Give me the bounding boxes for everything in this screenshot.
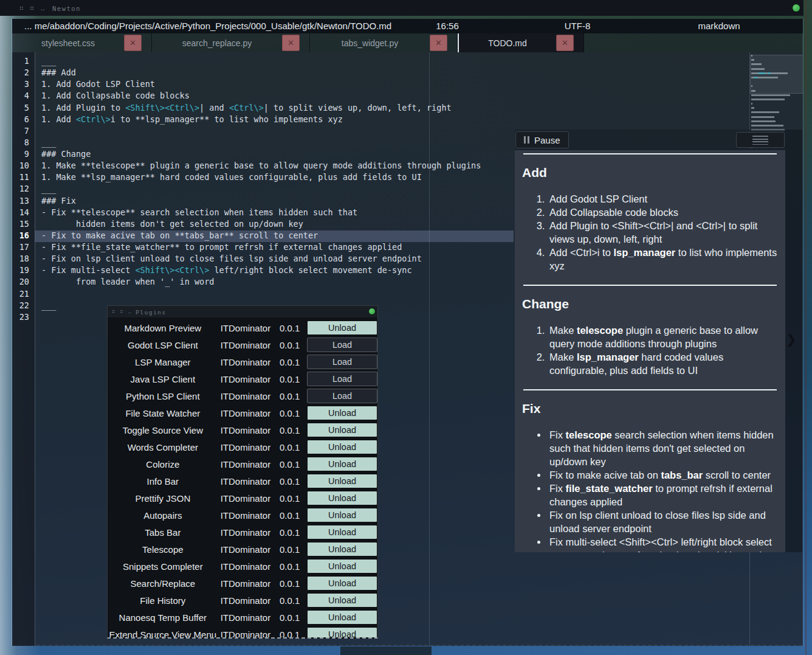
plugin-load-button[interactable]: Load bbox=[307, 389, 377, 403]
tab-close-button[interactable]: ✕ bbox=[124, 35, 142, 51]
plugin-row: Words CompleterITDominator0.0.1Unload bbox=[108, 438, 377, 456]
plugin-name: Nanoesq Temp Buffer bbox=[108, 612, 218, 623]
plugin-version: 0.0.1 bbox=[280, 425, 307, 435]
code-text: ___ bbox=[41, 137, 56, 147]
plugin-version: 0.0.1 bbox=[280, 476, 307, 487]
preview-list: Make telescope plugin a generic base to … bbox=[522, 324, 778, 377]
plugin-load-button[interactable]: Load bbox=[307, 372, 377, 386]
text: Make bbox=[549, 325, 577, 336]
markdown-preview-panel: AddAdd Godot LSP ClientAdd Collapsable c… bbox=[515, 150, 785, 552]
plugin-author: ITDominator bbox=[221, 374, 280, 384]
preview-list-item: Fix on lsp client unload to close files … bbox=[548, 508, 778, 535]
plugin-row: LSP ManagerITDominator0.0.1Load bbox=[108, 353, 377, 370]
plugin-unload-button[interactable]: Unload bbox=[307, 440, 377, 454]
plugins-titlebar[interactable]: ∷ ∷ ‥ Plugins bbox=[108, 306, 377, 317]
plugin-unload-button[interactable]: Unload bbox=[307, 627, 377, 639]
pause-button[interactable]: Pause bbox=[515, 131, 569, 148]
plugin-name: Telescope bbox=[108, 544, 218, 555]
tab-bar: stylesheet.css✕search_replace.py✕tabs_wi… bbox=[12, 33, 803, 52]
code-line bbox=[35, 289, 514, 300]
plugin-unload-button[interactable]: Unload bbox=[307, 508, 377, 522]
code-line: 1. Add Collapsable code blocks bbox=[35, 91, 514, 102]
plugin-version: 0.0.1 bbox=[280, 612, 307, 623]
plugin-unload-button[interactable]: Unload bbox=[307, 559, 377, 574]
plugin-version: 0.0.1 bbox=[280, 408, 307, 418]
plugin-unload-button[interactable]: Unload bbox=[307, 423, 377, 437]
code-text: ___ bbox=[41, 184, 56, 193]
minimap-line bbox=[751, 125, 803, 126]
window-status-icon[interactable] bbox=[793, 4, 800, 12]
plugins-status-icon[interactable] bbox=[369, 308, 375, 314]
minimap-bar bbox=[751, 99, 785, 100]
plugin-unload-button[interactable]: Unload bbox=[307, 491, 377, 505]
horizontal-rule bbox=[523, 389, 777, 390]
tab-search_replace.py[interactable]: search_replace.py✕ bbox=[152, 33, 310, 52]
code-text: 1. Make **lsp_manager** hard coded value… bbox=[41, 172, 422, 182]
tab-tabs_widget.py[interactable]: tabs_widget.py✕ bbox=[310, 33, 458, 52]
desktop: ∷ ∷ ‥ Newton ... me/abaddon/Coding/Proje… bbox=[0, 0, 812, 655]
plugin-row: Snippets CompleterITDominator0.0.1Unload bbox=[108, 558, 377, 575]
window-titlebar[interactable]: ∷ ∷ ‥ Newton bbox=[0, 0, 803, 16]
code-text: hidden items don't get selected on up/do… bbox=[41, 219, 303, 229]
preview-list-item: Fix to make acive tab on tabs_bar scroll… bbox=[548, 468, 778, 482]
plugin-unload-button[interactable]: Unload bbox=[307, 525, 377, 539]
plugin-unload-button[interactable]: Unload bbox=[307, 542, 377, 556]
plugin-unload-button[interactable]: Unload bbox=[307, 406, 377, 420]
code-line: 1. Make **telescope** plugin a generic b… bbox=[35, 161, 514, 172]
line-number: 16 bbox=[12, 230, 35, 242]
plugin-author: ITDominator bbox=[221, 561, 280, 572]
plugin-row: ColorizeITDominator0.0.1Unload bbox=[108, 456, 377, 473]
plugin-row: Toggle Source ViewITDominator0.0.1Unload bbox=[108, 421, 377, 438]
code-line: ___ bbox=[35, 56, 514, 68]
syntax-token: <Shift\><Ctrl\> bbox=[125, 103, 199, 113]
panel-collapse-chevron-icon[interactable]: ❯ bbox=[786, 332, 797, 347]
tab-TODO.md[interactable]: TODO.md✕ bbox=[458, 33, 584, 52]
tab-stylesheet.css[interactable]: stylesheet.css✕ bbox=[12, 33, 152, 52]
code-line: ### Fix bbox=[35, 196, 514, 207]
plugin-unload-button[interactable]: Unload bbox=[307, 593, 377, 608]
preview-menu-button[interactable] bbox=[736, 132, 785, 148]
code-line: 1. Add Plugin to <Shift\><Ctrl\>| and <C… bbox=[35, 103, 514, 114]
code-line: 1. Make **lsp_manager** hard coded value… bbox=[35, 172, 514, 184]
minimap-line bbox=[751, 107, 803, 109]
plugin-name: File State Watcher bbox=[108, 408, 218, 418]
menu-icon bbox=[752, 136, 768, 145]
plugins-window[interactable]: ∷ ∷ ‥ Plugins Markdown PreviewITDominato… bbox=[107, 305, 378, 639]
minimap-line bbox=[751, 111, 803, 113]
line-number: 21 bbox=[12, 289, 35, 300]
line-number: 5 bbox=[12, 103, 35, 114]
encoding-label: UTF-8 bbox=[559, 21, 596, 31]
code-text: | and bbox=[199, 103, 229, 113]
preview-list-item: Make telescope plugin a generic base to … bbox=[548, 324, 778, 350]
tab-close-button[interactable]: ✕ bbox=[556, 35, 574, 51]
plugin-name: Markdown Preview bbox=[108, 323, 218, 333]
plugin-version: 0.0.1 bbox=[280, 527, 307, 538]
code-line: hidden items don't get selected on up/do… bbox=[35, 219, 514, 230]
plugin-unload-button[interactable]: Unload bbox=[307, 576, 377, 591]
tab-close-button[interactable]: ✕ bbox=[430, 35, 447, 51]
tab-close-button[interactable]: ✕ bbox=[282, 35, 300, 51]
code-line: ___ bbox=[35, 137, 514, 149]
plugin-unload-button[interactable]: Unload bbox=[307, 610, 377, 625]
pause-icon bbox=[524, 136, 529, 144]
text: Add Godot LSP Client bbox=[549, 193, 647, 204]
plugin-version: 0.0.1 bbox=[280, 629, 307, 639]
plugin-load-button[interactable]: Load bbox=[307, 355, 377, 369]
minimap-viewport[interactable] bbox=[750, 55, 803, 94]
tab-label: TODO.md bbox=[459, 38, 556, 48]
plugin-load-button[interactable]: Load bbox=[307, 338, 377, 352]
plugin-author: ITDominator bbox=[221, 442, 280, 452]
plugin-author: ITDominator bbox=[221, 408, 280, 418]
plugin-name: Toggle Source View bbox=[108, 425, 218, 435]
plugin-unload-button[interactable]: Unload bbox=[307, 474, 377, 488]
close-icon: ✕ bbox=[435, 39, 442, 47]
text: scroll to center bbox=[703, 470, 771, 480]
wallpaper-detail bbox=[805, 0, 807, 655]
line-number: 15 bbox=[12, 219, 35, 230]
line-number: 8 bbox=[12, 137, 35, 149]
code-text-layer[interactable]: ___### Add1. Add Godot LSP Client1. Add … bbox=[35, 56, 514, 324]
plugin-unload-button[interactable]: Unload bbox=[307, 321, 377, 335]
plugin-unload-button[interactable]: Unload bbox=[307, 457, 377, 471]
text: Add Plugin to <Shift><Ctrl>| and <Ctrl>|… bbox=[549, 220, 757, 244]
plugin-version: 0.0.1 bbox=[280, 544, 307, 555]
